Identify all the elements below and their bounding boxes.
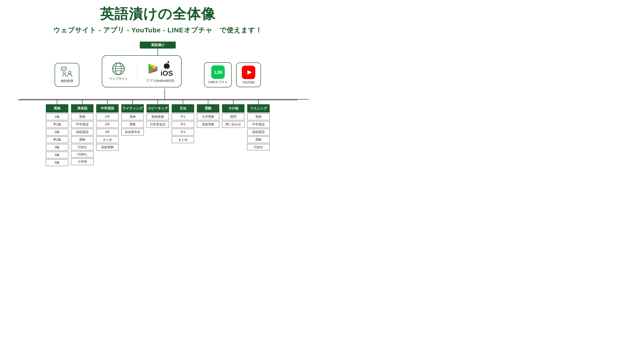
line-label: LINEオプチャ [208,80,228,84]
vline-0 [57,100,57,104]
vline-5 [183,100,183,104]
cat-item-7-1: 問い合わせ [222,121,244,128]
website-item: ウェブサイト [109,62,128,81]
cat-item-1-6: 小学校 [71,158,94,165]
vline-4 [158,100,158,104]
cat-item-4-0: 英検面接 [146,114,169,120]
app-icons: iOS [148,60,173,78]
vline-1 [82,100,82,104]
cat-item-6-0: 大学受験 [197,114,219,120]
youtube-box: YouTube [236,62,261,87]
cat-item-0-3: 準2級 [46,136,68,143]
vline-2 [107,100,108,104]
people-icon [60,66,74,78]
line-logo: LINE [214,68,222,76]
cat-item-3-0: 英検 [121,114,144,120]
category-col-7: その他質問問い合わせ [222,104,244,128]
cat-item-8-0: 英検 [247,114,270,120]
cat-item-1-5: TOEFL [71,151,94,158]
apple-icon-wrap: iOS [160,60,173,78]
svg-point-2 [63,68,64,69]
cat-header-1: 英単語 [71,104,94,112]
cat-item-2-0: 1年 [96,114,119,120]
line-box: LINE LINEオプチャ [204,62,232,88]
diagram-area: 英語漬け [7,42,309,166]
apple-icon [163,60,170,69]
mid-row: 個別指導 [7,55,309,88]
cat-header-2: 中学英語 [96,104,119,112]
cat-item-0-2: 2級 [46,129,68,136]
cat-item-0-4: 3級 [46,144,68,151]
cat-item-7-0: 質問 [222,114,244,120]
svg-point-5 [68,71,71,74]
cat-item-1-2: 高校英語 [71,129,94,136]
top-area: 英語漬け [7,42,309,88]
vline-6 [208,100,208,104]
cat-header-7: その他 [222,104,244,112]
cat-item-5-0: 中1 [172,114,194,120]
cat-item-2-2: 3年 [96,129,119,136]
cat-col-wrap-2: 中学英語1年2年3年まとめ高校受験 [96,100,119,151]
vline-7 [233,100,234,104]
cat-item-8-1: 中学英語 [247,121,270,128]
cat-col-wrap-1: 英単語英検中学英語高校英語受験TOEICTOEFL小学校 [71,100,94,165]
cat-item-8-3: 受験 [247,136,270,143]
category-col-6: 受験大学受験高校受験 [197,104,219,128]
cat-col-wrap-6: 受験大学受験高校受験 [197,100,219,128]
svg-point-1 [62,68,62,69]
cat-col-wrap-7: その他質問問い合わせ [222,100,244,128]
svg-point-3 [65,68,66,69]
cat-item-1-1: 中学英語 [71,121,94,128]
cat-item-5-3: まとめ [172,136,194,143]
app-label: アプリ(Android/iOS) [146,79,174,83]
cat-item-4-1: 日常英会話 [146,121,169,128]
cat-header-3: ライティング [121,104,144,112]
cat-col-wrap-8: リスニング英検中学英語高校英語受験TOEIC [247,100,270,150]
cat-col-wrap-5: 文法中1中2中3まとめ [172,100,194,143]
cat-item-2-4: 高校受験 [96,144,119,151]
line-section: LINE LINEオプチャ [204,56,232,88]
app-item: iOS アプリ(Android/iOS) [146,60,174,83]
cat-item-2-1: 2年 [96,121,119,128]
cat-item-2-3: まとめ [96,136,119,143]
cat-header-8: リスニング [247,104,270,112]
ios-text: iOS [160,69,173,78]
globe-icon [112,62,125,76]
subtitle: ウェブサイト - アプリ - YouTube - LINEオプチャ で使えます！ [7,26,309,35]
cat-item-3-2: 自由英作文 [121,129,144,136]
category-col-8: リスニング英検中学英語高校英語受験TOEIC [247,104,270,150]
page-title: 英語漬けの全体像 [7,4,309,23]
center-platform-section: ウェブサイト [102,55,182,88]
cats-container: 英検1級準1級2級準2級3級4級5級英単語英検中学英語高校英語受験TOEICTO… [7,100,309,166]
cat-item-1-4: TOEIC [71,144,94,150]
category-col-3: ライティング英検受験自由英作文 [121,104,144,136]
vline-8 [258,100,259,104]
category-col-4: スピーキング英検面接日常英会話 [146,104,169,128]
cat-item-0-5: 4級 [46,152,68,158]
vline-3 [132,100,133,104]
cat-header-6: 受験 [197,104,219,112]
google-play-icon [148,62,159,75]
cat-item-5-2: 中3 [172,129,194,136]
root-line-down [158,48,158,55]
youtube-logo [244,69,253,76]
category-col-5: 文法中1中2中3まとめ [172,104,194,143]
cat-header-4: スピーキング [146,104,169,112]
website-label: ウェブサイト [109,77,128,81]
individual-label: 個別指導 [61,79,73,83]
individual-section: 個別指導 [54,56,79,87]
connector-svg [7,88,309,100]
cat-header-0: 英検 [46,104,68,112]
svg-point-4 [63,72,66,74]
cat-item-0-6: 5級 [46,159,68,166]
cat-item-6-1: 高校受験 [197,121,219,128]
cat-col-wrap-4: スピーキング英検面接日常英会話 [146,100,169,128]
cat-item-3-1: 受験 [121,121,144,128]
cat-item-1-3: 受験 [71,136,94,143]
cat-col-wrap-3: ライティング英検受験自由英作文 [121,100,144,136]
youtube-section: YouTube [236,56,261,87]
line-icon: LINE [211,66,225,79]
cat-item-0-1: 準1級 [46,121,68,128]
youtube-label: YouTube [242,80,255,84]
categories-row: 英検1級準1級2級準2級3級4級5級英単語英検中学英語高校英語受験TOEICTO… [7,100,309,166]
